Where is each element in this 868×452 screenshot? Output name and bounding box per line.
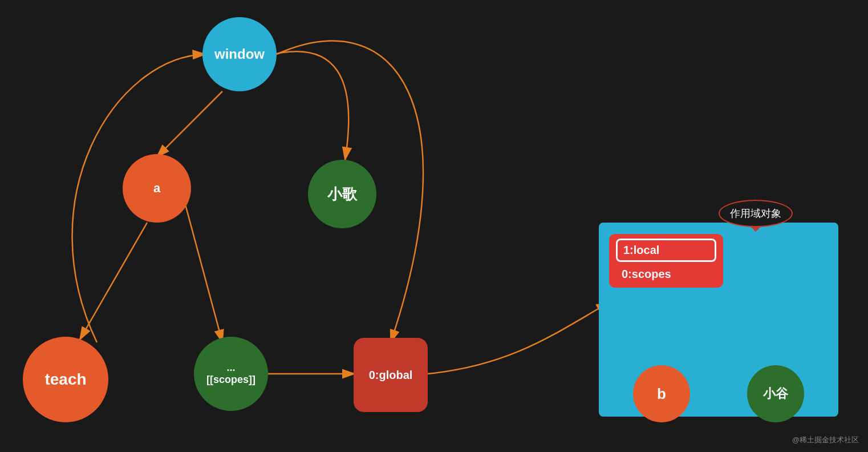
node-b: b [633, 365, 690, 422]
node-xiaoge: 小歌 [308, 160, 376, 228]
watermark-text: @稀土掘金技术社区 [792, 435, 859, 444]
node-teach-label: teach [44, 370, 86, 389]
bubble-text: 作用域对象 [730, 208, 781, 219]
scope-scopes-label: 0:scopes [622, 268, 671, 280]
scope-box: 1:local 0:scopes [609, 234, 723, 288]
node-xiaogu-label: 小谷 [763, 385, 788, 402]
node-teach: teach [23, 337, 108, 422]
node-xiaoge-label: 小歌 [327, 184, 357, 204]
diagram: window a 小歌 teach ...[[scopes]] 0:global… [0, 0, 868, 452]
node-window: window [202, 17, 277, 91]
node-a-label: a [153, 181, 160, 196]
speech-bubble: 作用域对象 [719, 200, 793, 227]
node-window-label: window [214, 46, 265, 62]
node-a: a [123, 154, 191, 223]
node-global-label: 0:global [369, 369, 413, 382]
scope-local: 1:local [616, 239, 716, 262]
scope-local-label: 1:local [623, 244, 659, 256]
node-scopes: ...[[scopes]] [194, 337, 268, 411]
node-global: 0:global [354, 338, 428, 412]
node-scopes-label: ...[[scopes]] [206, 362, 255, 386]
scope-scopes: 0:scopes [616, 265, 716, 283]
node-b-label: b [657, 385, 666, 403]
watermark: @稀土掘金技术社区 [792, 435, 859, 445]
node-xiaogu: 小谷 [747, 365, 804, 422]
